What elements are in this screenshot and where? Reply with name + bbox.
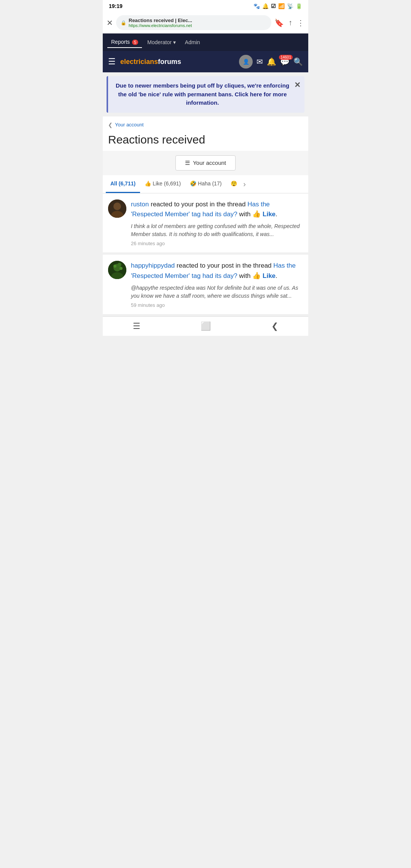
status-bar: 19:19 🐾 🔔 ☑ 📶 📡 🔋 [103,0,308,12]
bell-icon: 🔔 [262,3,269,9]
reaction-with-text: with [239,211,252,218]
logo-text-forums: forums [158,58,181,65]
admin-nav-item[interactable]: Admin [181,37,204,48]
share-icon[interactable]: ↑ [288,18,292,27]
reaction-content: happyhippydad reacted to your post in th… [131,261,303,308]
tab-like-label: Like (6,691) [153,180,181,187]
reaction-type-label: Like [263,272,276,279]
browser-actions: 🔖 ↑ ⋮ [274,18,304,27]
reaction-item: ruston reacted to your post in the threa… [103,193,308,255]
checkbox-icon: ☑ [271,3,276,9]
bottom-nav: ☰ ⬜ ❮ [103,316,308,336]
reaction-action-text: reacted to your post in the thread [177,262,273,269]
reaction-emoji: 👍 [252,271,261,281]
tab-all-label: All (6,711) [110,180,135,187]
ssl-lock-icon: 🔒 [121,20,126,26]
logo-text-electricians: electricians [120,58,158,65]
header-icon-group: 👤 ✉ 🔔 💬 14601 🔍 [239,55,303,69]
tab-like[interactable]: 👍 Like (6,691) [140,175,185,193]
user-avatar-header[interactable]: 👤 [239,55,253,69]
reaction-text: ruston reacted to your post in the threa… [131,199,303,220]
dropdown-arrow-icon: ▾ [173,39,176,45]
notification-count-badge: 14601 [279,55,293,60]
bottom-nav-menu-button[interactable]: ☰ [133,321,140,331]
page-tab-title: Reactions received | Elec... [129,18,267,23]
reaction-period: . [276,272,277,279]
breadcrumb-parent-link[interactable]: Your account [115,122,143,128]
url-bar[interactable]: 🔒 Reactions received | Elec... https://w… [116,15,271,30]
reaction-time: 59 minutes ago [131,302,303,308]
haha-tab-emoji: 🤣 [190,180,196,187]
reaction-item-header: ruston reacted to your post in the threa… [108,199,303,247]
svg-point-1 [113,203,121,210]
tab-all[interactable]: All (6,711) [106,175,140,193]
time-display: 19:19 [109,3,123,9]
reaction-excerpt: @happythe respected idea was Not for def… [131,284,303,300]
data-icon: 🐾 [253,3,260,9]
reaction-content: ruston reacted to your post in the threa… [131,199,303,247]
reaction-type-label: Like [263,211,276,218]
notifications-icon[interactable]: 💬 14601 [280,57,290,66]
breadcrumb-chevron-icon: ❮ [108,122,113,128]
close-tab-button[interactable]: ✕ [107,18,113,27]
avatar[interactable] [108,199,126,218]
nav-top-bar: Reports 5 Moderator ▾ Admin [103,34,308,51]
bottom-nav-home-button[interactable]: ⬜ [201,321,211,331]
reaction-text: happyhippydad reacted to your post in th… [131,261,303,281]
reactor-username-link[interactable]: happyhippydad [131,262,175,269]
avatar-image [108,199,126,218]
reaction-time: 26 minutes ago [131,241,303,246]
tab-haha-label: Haha (17) [198,180,221,187]
notice-close-button[interactable]: ✕ [294,79,301,91]
avatar-image [108,261,126,279]
reaction-emoji: 👍 [252,209,261,219]
site-logo[interactable]: electriciansforums [120,58,234,66]
tab-haha[interactable]: 🤣 Haha (17) [185,175,226,193]
bottom-nav-back-button[interactable]: ❮ [271,321,278,331]
reaction-with-text: with [239,272,252,279]
browser-bar: ✕ 🔒 Reactions received | Elec... https:/… [103,12,308,34]
wifi-icon: 📶 [278,3,285,9]
more-options-icon[interactable]: ⋮ [297,18,304,27]
reports-badge: 5 [132,40,138,45]
reaction-period: . [276,211,277,218]
reaction-item-header: happyhippydad reacted to your post in th… [108,261,303,308]
page-title: Reactions received [108,130,303,151]
search-icon[interactable]: 🔍 [293,57,303,66]
signal-icon: 📡 [287,3,293,9]
notice-text: Due to newer members being put off by cl… [116,82,289,106]
mail-icon[interactable]: ✉ [256,57,263,66]
reaction-excerpt: I think a lot of members are getting con… [131,222,303,238]
status-icons: 🐾 🔔 ☑ 📶 📡 🔋 [253,3,302,9]
reaction-action-text: reacted to your post in the thread [151,201,247,208]
reactor-username-link[interactable]: ruston [131,201,149,208]
your-account-section: ☰ Your account [103,151,308,175]
reaction-tabs: All (6,711) 👍 Like (6,691) 🤣 Haha (17) 😲… [103,175,308,193]
notice-banner[interactable]: Due to newer members being put off by cl… [107,76,304,113]
like-tab-emoji: 👍 [145,180,151,187]
your-account-button[interactable]: ☰ Your account [175,155,236,171]
tab-wow[interactable]: 😲 [226,175,242,193]
alerts-icon[interactable]: 🔔 [267,57,276,66]
wow-tab-emoji: 😲 [231,180,237,187]
reaction-list: ruston reacted to your post in the threa… [103,193,308,316]
your-account-label: Your account [193,160,226,166]
avatar[interactable] [108,261,126,279]
menu-icon: ☰ [185,160,190,166]
tabs-scroll-right-icon[interactable]: › [242,180,247,188]
battery-icon: 🔋 [296,3,302,9]
hamburger-menu-button[interactable]: ☰ [108,57,116,67]
breadcrumb[interactable]: ❮ Your account [108,120,303,130]
bookmark-icon[interactable]: 🔖 [274,18,284,27]
reports-nav-item[interactable]: Reports 5 [107,37,142,48]
url-text-area: Reactions received | Elec... https://www… [129,18,267,28]
svg-point-7 [118,263,121,266]
reaction-item: happyhippydad reacted to your post in th… [103,255,308,316]
main-header: ☰ electriciansforums 👤 ✉ 🔔 💬 14601 🔍 [103,51,308,72]
page-header: ❮ Your account Reactions received [103,116,308,151]
url-display: https://www.electriciansforums.net [129,23,267,28]
svg-point-6 [113,265,116,268]
svg-point-8 [119,267,123,270]
moderator-nav-item[interactable]: Moderator ▾ [143,37,180,48]
